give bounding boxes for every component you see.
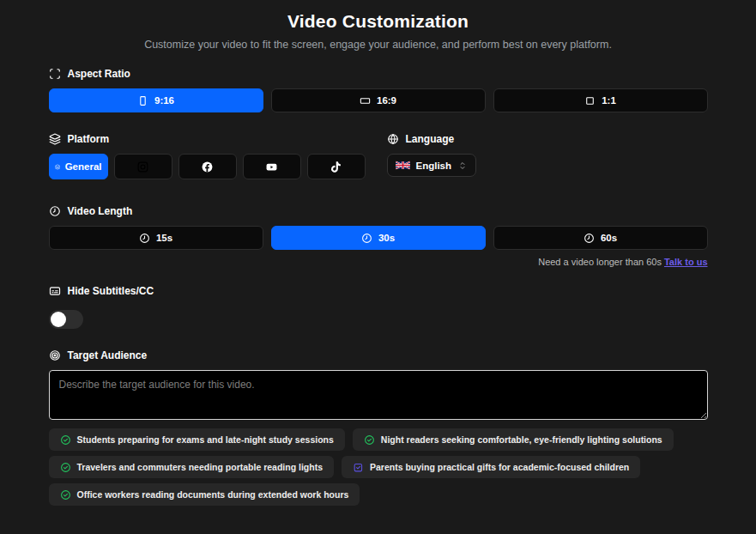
target-icon <box>49 349 61 361</box>
clock-icon <box>139 233 150 244</box>
video-customization-panel: Video Customization Customize your video… <box>49 0 708 506</box>
page-subtitle: Customize your video to fit the screen, … <box>49 39 708 51</box>
length-helper-message: Need a video longer than 60s <box>538 257 662 267</box>
page-title: Video Customization <box>49 11 708 32</box>
check-circle-icon <box>364 434 375 446</box>
video-length-label: Video Length <box>68 205 133 217</box>
platform-label-row: Platform <box>49 133 387 145</box>
length-30s-label: 30s <box>378 233 395 243</box>
suggestion-chip-label: Parents buying practical gifts for acade… <box>370 462 629 472</box>
length-60s-label: 60s <box>601 233 617 243</box>
clock-icon <box>584 233 595 244</box>
suggestion-chip[interactable]: Parents buying practical gifts for acade… <box>342 456 640 478</box>
platform-label: Platform <box>68 133 110 145</box>
platform-general-button[interactable]: General <box>49 154 108 179</box>
aspect-916-label: 9:16 <box>154 95 174 106</box>
aspect-11-label: 1:1 <box>602 95 616 106</box>
aspect-916-button[interactable]: 9:16 <box>49 88 263 112</box>
clock-icon <box>361 233 372 244</box>
platform-facebook-button[interactable] <box>178 154 237 179</box>
platform-tiktok-button[interactable] <box>307 154 366 179</box>
aspect-ratio-section: Aspect Ratio 9:16 16:9 1:1 <box>49 68 708 112</box>
suggestion-chip-label: Night readers seeking comfortable, eye-f… <box>381 434 662 445</box>
landscape-rect-icon <box>360 95 371 106</box>
suggestion-chip-label: Office workers reading documents during … <box>77 489 349 500</box>
length-15s-button[interactable]: 15s <box>49 226 263 250</box>
length-60s-button[interactable]: 60s <box>493 226 708 250</box>
globe-icon <box>387 133 399 145</box>
toggle-knob <box>51 312 66 327</box>
clock-icon <box>49 205 61 217</box>
language-label-row: Language <box>387 133 708 145</box>
target-audience-label: Target Audience <box>68 349 148 361</box>
subtitles-label: Hide Subtitles/CC <box>68 285 154 297</box>
suggestion-chip[interactable]: Office workers reading documents during … <box>49 483 360 506</box>
aspect-ratio-options: 9:16 16:9 1:1 <box>49 88 708 112</box>
platform-section: Platform General <box>49 133 387 179</box>
layers-icon <box>49 133 61 145</box>
aspect-11-button[interactable]: 1:1 <box>493 88 708 112</box>
uk-flag-icon <box>396 161 410 170</box>
talk-to-us-link[interactable]: Talk to us <box>664 257 708 267</box>
platform-language-row: Platform General <box>49 133 708 179</box>
suggestion-chip-label: Travelers and commuters needing portable… <box>77 462 324 472</box>
length-helper-text: Need a video longer than 60s Talk to us <box>49 257 708 267</box>
instagram-icon <box>136 161 149 173</box>
platform-youtube-button[interactable] <box>243 154 301 179</box>
layers-icon <box>55 161 60 173</box>
platform-general-label: General <box>65 161 102 172</box>
platform-options: General <box>49 154 387 179</box>
square-rect-icon <box>584 95 596 106</box>
language-section: Language English <box>387 133 708 179</box>
suggestion-chip[interactable]: Night readers seeking comfortable, eye-f… <box>353 428 674 451</box>
youtube-icon <box>265 161 278 173</box>
suggestion-chip[interactable]: Travelers and commuters needing portable… <box>49 456 335 478</box>
tiktok-icon <box>330 161 342 173</box>
aspect-ratio-label: Aspect Ratio <box>68 68 130 80</box>
aspect-ratio-icon <box>49 68 61 80</box>
target-audience-label-row: Target Audience <box>49 349 708 361</box>
audience-suggestion-chips: Students preparing for exams and late-ni… <box>49 428 708 506</box>
suggestion-chip-label: Students preparing for exams and late-ni… <box>77 434 334 445</box>
language-selected-value: English <box>416 161 452 171</box>
target-audience-section: Target Audience Students preparing for e… <box>49 349 708 506</box>
check-circle-icon <box>60 434 71 446</box>
suggestion-chip[interactable]: Students preparing for exams and late-ni… <box>49 428 345 451</box>
facebook-icon <box>201 161 214 173</box>
aspect-169-label: 16:9 <box>377 95 396 106</box>
video-length-section: Video Length 15s 30s 60s Need a video lo… <box>49 205 708 267</box>
chevrons-up-down-icon <box>457 161 468 171</box>
subtitles-toggle[interactable] <box>49 310 83 329</box>
length-30s-button[interactable]: 30s <box>271 226 486 250</box>
check-square-icon <box>353 462 364 473</box>
aspect-ratio-label-row: Aspect Ratio <box>49 68 708 80</box>
captions-icon <box>49 285 61 297</box>
language-label: Language <box>406 133 455 145</box>
length-15s-label: 15s <box>156 233 172 243</box>
subtitles-section: Hide Subtitles/CC <box>49 285 708 329</box>
language-select[interactable]: English <box>387 154 477 177</box>
portrait-rect-icon <box>137 95 148 106</box>
video-length-options: 15s 30s 60s <box>49 226 708 250</box>
video-length-label-row: Video Length <box>49 205 708 217</box>
target-audience-input[interactable] <box>49 370 708 420</box>
platform-instagram-button[interactable] <box>114 154 172 179</box>
check-circle-icon <box>60 489 71 501</box>
aspect-169-button[interactable]: 16:9 <box>271 88 486 112</box>
check-circle-icon <box>60 462 71 473</box>
subtitles-label-row: Hide Subtitles/CC <box>49 285 708 297</box>
